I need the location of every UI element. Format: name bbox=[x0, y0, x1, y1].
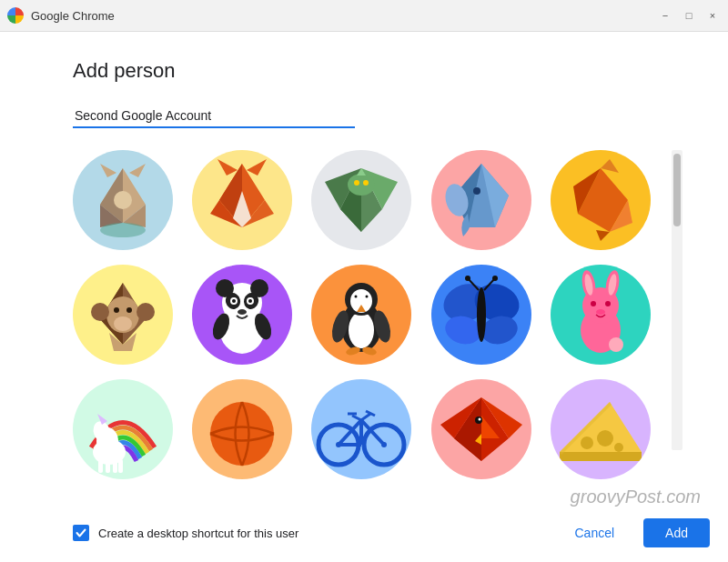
avatar-butterfly[interactable] bbox=[431, 265, 531, 365]
svg-point-40 bbox=[126, 307, 132, 313]
svg-point-95 bbox=[210, 402, 274, 466]
avatar-scrollbar[interactable] bbox=[672, 150, 682, 450]
svg-point-63 bbox=[366, 296, 369, 298]
svg-point-119 bbox=[581, 437, 593, 449]
svg-point-19 bbox=[348, 174, 375, 196]
svg-point-52 bbox=[238, 309, 247, 315]
svg-marker-5 bbox=[100, 164, 116, 177]
desktop-shortcut-label: Create a desktop shortcut for this user bbox=[98, 527, 298, 540]
avatar-penguin[interactable] bbox=[311, 265, 411, 365]
title-bar: Google Chrome − □ × bbox=[0, 0, 728, 32]
add-button[interactable]: Add bbox=[643, 518, 710, 547]
svg-point-38 bbox=[114, 316, 132, 331]
avatar-fox[interactable] bbox=[192, 150, 292, 250]
svg-point-115 bbox=[478, 418, 480, 421]
avatar-cheese[interactable] bbox=[551, 379, 651, 479]
svg-point-51 bbox=[248, 299, 252, 303]
avatar-rabbit[interactable] bbox=[551, 265, 651, 365]
avatar-monkey[interactable] bbox=[73, 265, 173, 365]
avatar-orange-bird[interactable] bbox=[551, 150, 651, 250]
svg-point-21 bbox=[354, 180, 359, 186]
avatar-bicycle[interactable] bbox=[311, 379, 411, 479]
svg-point-39 bbox=[114, 307, 119, 313]
svg-point-56 bbox=[349, 312, 374, 348]
svg-point-36 bbox=[91, 303, 109, 321]
bottom-bar: Create a desktop shortcut for this user … bbox=[0, 504, 728, 562]
avatar-red-bird[interactable] bbox=[431, 379, 531, 479]
svg-marker-117 bbox=[560, 452, 642, 461]
svg-line-106 bbox=[352, 416, 361, 420]
action-buttons: Cancel Add bbox=[556, 518, 710, 547]
svg-rect-91 bbox=[98, 459, 103, 473]
svg-point-76 bbox=[492, 276, 498, 281]
avatar-elephant[interactable] bbox=[431, 150, 531, 250]
svg-point-84 bbox=[605, 301, 611, 306]
svg-marker-31 bbox=[601, 159, 619, 173]
svg-point-74 bbox=[465, 276, 470, 281]
svg-point-118 bbox=[597, 430, 613, 447]
chrome-logo-icon bbox=[7, 7, 24, 24]
svg-point-120 bbox=[614, 443, 623, 452]
svg-marker-14 bbox=[247, 159, 267, 176]
avatar-grid bbox=[73, 150, 664, 479]
svg-marker-13 bbox=[217, 159, 238, 176]
svg-point-72 bbox=[477, 287, 486, 342]
scrollbar-thumb[interactable] bbox=[673, 154, 681, 226]
svg-point-62 bbox=[355, 296, 358, 298]
svg-line-104 bbox=[361, 414, 370, 420]
name-input-container bbox=[73, 105, 355, 128]
avatar-cat[interactable] bbox=[73, 150, 173, 250]
minimize-button[interactable]: − bbox=[657, 7, 673, 24]
svg-point-22 bbox=[363, 180, 369, 186]
main-content: Add person bbox=[0, 32, 728, 504]
svg-point-86 bbox=[609, 337, 623, 352]
svg-point-4 bbox=[114, 191, 132, 209]
svg-point-85 bbox=[596, 309, 605, 315]
svg-point-50 bbox=[232, 299, 236, 303]
avatar-horse-rainbow[interactable] bbox=[73, 379, 173, 479]
svg-point-83 bbox=[591, 301, 596, 306]
desktop-shortcut-row: Create a desktop shortcut for this user bbox=[73, 525, 298, 541]
svg-point-37 bbox=[136, 303, 155, 321]
svg-marker-6 bbox=[129, 164, 146, 177]
page-title: Add person bbox=[73, 59, 682, 83]
svg-rect-92 bbox=[106, 459, 110, 473]
svg-point-7 bbox=[100, 223, 146, 237]
name-input[interactable] bbox=[73, 105, 355, 128]
app-title: Google Chrome bbox=[31, 9, 115, 23]
close-button[interactable]: × bbox=[704, 7, 721, 24]
avatar-dragon[interactable] bbox=[311, 150, 411, 250]
svg-point-27 bbox=[473, 187, 480, 195]
desktop-shortcut-checkbox[interactable] bbox=[73, 525, 89, 541]
maximize-button[interactable]: □ bbox=[681, 7, 697, 24]
avatar-basketball[interactable] bbox=[192, 379, 292, 479]
title-bar-left: Google Chrome bbox=[7, 7, 115, 24]
svg-rect-93 bbox=[113, 459, 117, 473]
avatar-section bbox=[73, 150, 682, 486]
svg-marker-32 bbox=[596, 230, 610, 241]
avatar-grid-wrapper bbox=[73, 150, 664, 486]
cancel-button[interactable]: Cancel bbox=[556, 518, 632, 547]
svg-rect-94 bbox=[118, 459, 123, 473]
avatar-panda[interactable] bbox=[192, 265, 292, 365]
title-bar-controls: − □ × bbox=[657, 7, 721, 24]
